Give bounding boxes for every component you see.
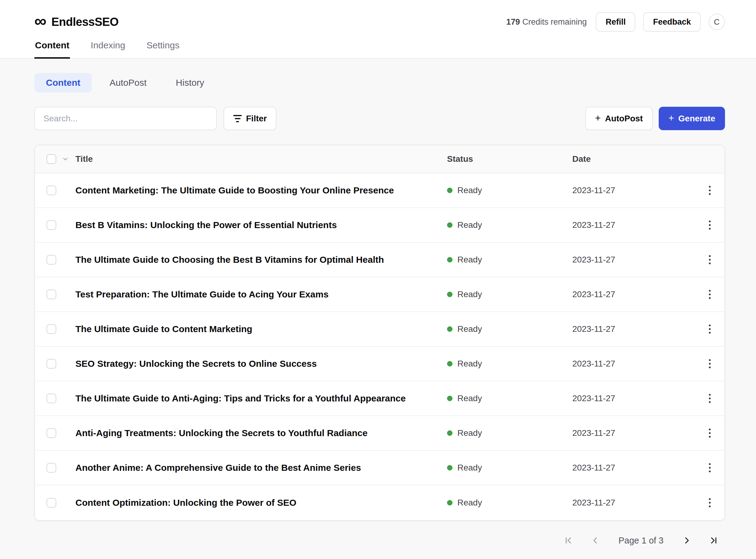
nav-tab-content[interactable]: Content [35, 38, 70, 59]
table-row[interactable]: The Ultimate Guide to Choosing the Best … [35, 243, 725, 277]
status-dot-icon [447, 500, 453, 506]
row-actions-kebab-icon[interactable] [706, 287, 714, 302]
status-dot-icon [447, 465, 453, 470]
sub-tab-history[interactable]: History [164, 73, 215, 92]
row-date: 2023-11-27 [572, 463, 703, 473]
top-actions: 179Credits remaining Refill Feedback C [506, 12, 725, 31]
row-actions-kebab-icon[interactable] [706, 183, 714, 198]
nav-tab-indexing[interactable]: Indexing [90, 38, 125, 59]
row-actions-kebab-icon[interactable] [706, 391, 714, 406]
refill-button[interactable]: Refill [596, 12, 635, 31]
row-checkbox[interactable] [47, 220, 56, 230]
table-row[interactable]: The Ultimate Guide to Content Marketing … [35, 312, 725, 347]
row-date: 2023-11-27 [572, 498, 703, 508]
row-checkbox[interactable] [47, 185, 56, 195]
row-checkbox[interactable] [47, 394, 56, 403]
search-input[interactable] [35, 107, 217, 130]
table-header-row: Title Status Date [35, 146, 725, 173]
row-status: Ready [447, 498, 572, 508]
status-dot-icon [447, 430, 453, 436]
table-row[interactable]: Another Anime: A Comprehensive Guide to … [35, 451, 725, 485]
avatar[interactable]: C [709, 14, 725, 30]
row-title[interactable]: Test Preparation: The Ultimate Guide to … [75, 289, 447, 299]
row-actions-kebab-icon[interactable] [706, 425, 714, 441]
filter-button-label: Filter [246, 114, 267, 124]
first-page-button[interactable] [562, 534, 575, 547]
top-header: ∞ EndlessSEO 179Credits remaining Refill… [0, 0, 756, 59]
status-label: Ready [457, 290, 482, 299]
row-date: 2023-11-27 [572, 255, 703, 265]
last-page-button[interactable] [707, 534, 720, 547]
column-header-date: Date [572, 154, 703, 164]
status-dot-icon [447, 222, 453, 228]
table-row[interactable]: Content Optimization: Unlocking the Powe… [35, 485, 725, 520]
infinity-logo-icon: ∞ [35, 13, 47, 29]
row-title[interactable]: The Ultimate Guide to Content Marketing [75, 324, 447, 334]
row-date: 2023-11-27 [572, 220, 703, 230]
row-status: Ready [447, 428, 572, 438]
row-date: 2023-11-27 [572, 359, 703, 368]
row-actions-kebab-icon[interactable] [706, 356, 714, 371]
row-title[interactable]: The Ultimate Guide to Anti-Aging: Tips a… [75, 393, 447, 404]
feedback-button[interactable]: Feedback [643, 12, 701, 31]
primary-nav: Content Indexing Settings [0, 32, 756, 58]
row-status: Ready [447, 255, 572, 265]
column-header-status: Status [447, 154, 572, 164]
row-title[interactable]: SEO Strategy: Unlocking the Secrets to O… [75, 359, 447, 369]
status-label: Ready [457, 185, 482, 195]
nav-tab-settings[interactable]: Settings [146, 38, 180, 59]
table-row[interactable]: SEO Strategy: Unlocking the Secrets to O… [35, 347, 725, 381]
autopost-button-label: AutoPost [605, 114, 643, 124]
row-actions-kebab-icon[interactable] [706, 460, 714, 475]
row-checkbox[interactable] [47, 255, 56, 265]
row-date: 2023-11-27 [572, 185, 703, 195]
page-indicator: Page 1 of 3 [619, 536, 664, 545]
previous-page-button[interactable] [589, 534, 601, 547]
row-checkbox[interactable] [47, 290, 56, 299]
chevron-down-icon[interactable] [62, 155, 69, 163]
row-checkbox[interactable] [47, 463, 56, 473]
row-actions-kebab-icon[interactable] [706, 495, 714, 510]
table-row[interactable]: Best B Vitamins: Unlocking the Power of … [35, 208, 725, 243]
row-status: Ready [447, 324, 572, 334]
row-title[interactable]: The Ultimate Guide to Choosing the Best … [75, 254, 447, 265]
row-status: Ready [447, 463, 572, 473]
row-status: Ready [447, 185, 572, 195]
next-page-button[interactable] [681, 534, 693, 547]
table-row[interactable]: Content Marketing: The Ultimate Guide to… [35, 173, 725, 208]
row-title[interactable]: Content Marketing: The Ultimate Guide to… [75, 185, 447, 196]
status-label: Ready [457, 220, 482, 230]
select-all-checkbox[interactable] [47, 154, 56, 164]
brand-name: EndlessSEO [51, 16, 119, 28]
table-row[interactable]: The Ultimate Guide to Anti-Aging: Tips a… [35, 381, 725, 416]
row-checkbox[interactable] [47, 498, 56, 508]
status-dot-icon [447, 257, 453, 263]
row-title[interactable]: Content Optimization: Unlocking the Powe… [75, 497, 447, 508]
row-date: 2023-11-27 [572, 324, 703, 334]
table-row[interactable]: Anti-Aging Treatments: Unlocking the Sec… [35, 416, 725, 451]
row-checkbox[interactable] [47, 324, 56, 334]
filter-button[interactable]: Filter [224, 107, 276, 130]
row-actions-kebab-icon[interactable] [706, 218, 714, 233]
row-actions-kebab-icon[interactable] [706, 321, 714, 337]
row-title[interactable]: Another Anime: A Comprehensive Guide to … [75, 463, 447, 473]
sub-tab-content[interactable]: Content [35, 73, 92, 92]
row-checkbox[interactable] [47, 428, 56, 438]
status-label: Ready [457, 498, 482, 508]
row-actions-kebab-icon[interactable] [706, 252, 714, 267]
autopost-button[interactable]: + AutoPost [586, 107, 652, 130]
status-dot-icon [447, 326, 453, 332]
status-label: Ready [457, 255, 482, 265]
sub-tab-autopost[interactable]: AutoPost [98, 73, 158, 92]
generate-button[interactable]: + Generate [659, 107, 725, 130]
row-checkbox[interactable] [47, 359, 56, 368]
credits-remaining: 179Credits remaining [506, 17, 587, 27]
row-date: 2023-11-27 [572, 394, 703, 403]
content-table: Title Status Date Content Marketing: The… [35, 145, 725, 521]
row-status: Ready [447, 394, 572, 403]
row-title[interactable]: Best B Vitamins: Unlocking the Power of … [75, 220, 447, 230]
row-title[interactable]: Anti-Aging Treatments: Unlocking the Sec… [75, 428, 447, 438]
status-label: Ready [457, 463, 482, 473]
pagination: Page 1 of 3 [35, 534, 725, 547]
table-row[interactable]: Test Preparation: The Ultimate Guide to … [35, 277, 725, 312]
